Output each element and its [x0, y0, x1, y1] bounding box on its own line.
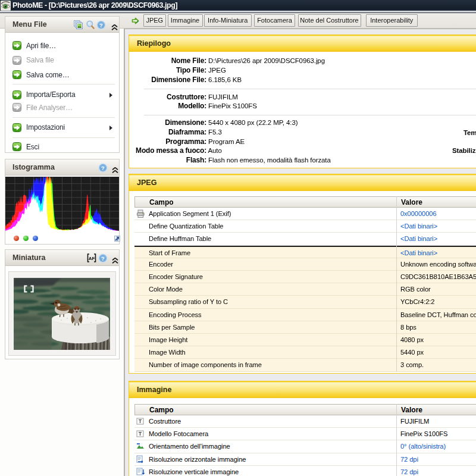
svg-text:AF: AF: [89, 256, 95, 261]
svg-text:?: ?: [99, 22, 103, 29]
svg-text:?: ?: [101, 165, 105, 171]
svg-text:?: ?: [101, 255, 105, 262]
